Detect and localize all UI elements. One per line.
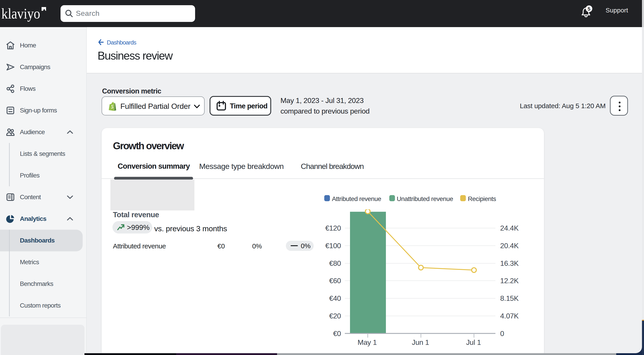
svg-text:klaviyo: klaviyo	[1, 5, 40, 22]
svg-text:5: 5	[588, 6, 590, 12]
